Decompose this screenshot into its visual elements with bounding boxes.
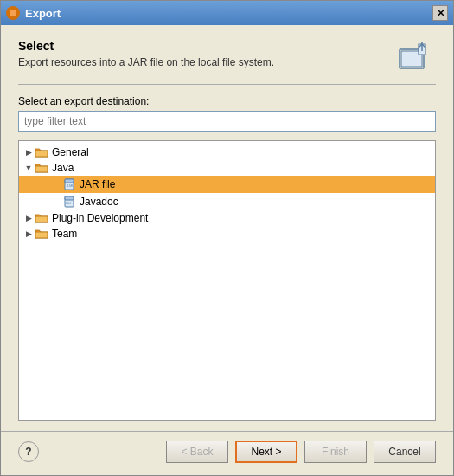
svg-text:JAR: JAR — [67, 183, 74, 188]
footer: ? < Back Next > Finish Cancel — [1, 431, 453, 475]
toggle-plugin-dev[interactable]: ▶ — [22, 212, 35, 224]
toggle-general[interactable]: ▶ — [22, 146, 35, 158]
export-icon — [394, 39, 436, 74]
export-dialog: Export ✕ Select Export resources into a … — [0, 0, 454, 476]
tree-item-general[interactable]: ▶ General — [19, 145, 435, 160]
next-button[interactable]: Next > — [235, 441, 297, 463]
header-divider — [18, 84, 436, 85]
titlebar-left: Export — [6, 6, 61, 20]
titlebar-title: Export — [25, 7, 61, 20]
cancel-button[interactable]: Cancel — [374, 441, 436, 463]
folder-icon-team — [35, 228, 48, 240]
tree-item-javadoc[interactable]: DOC Javadoc — [19, 193, 435, 210]
folder-icon-plugin-dev — [35, 212, 48, 224]
svg-text:DOC: DOC — [66, 202, 71, 205]
tree-item-plugin-dev[interactable]: ▶ Plug-in Development — [19, 210, 435, 226]
titlebar-app-icon — [6, 6, 20, 20]
tree-label-java: Java — [52, 162, 74, 174]
folder-icon-java — [35, 162, 48, 174]
page-title: Select — [18, 39, 274, 53]
main-content: Select Export resources into a JAR file … — [1, 25, 453, 431]
header-section: Select Export resources into a JAR file … — [18, 39, 436, 74]
tree-label-plugin-dev: Plug-in Development — [52, 212, 148, 224]
finish-button[interactable]: Finish — [304, 441, 367, 463]
header-text: Select Export resources into a JAR file … — [18, 39, 274, 68]
filter-label: Select an export destination: — [18, 95, 436, 107]
footer-left: ? — [18, 441, 44, 462]
page-description: Export resources into a JAR file on the … — [18, 56, 274, 68]
tree-item-team[interactable]: ▶ Team — [19, 226, 435, 241]
tree-label-javadoc: Javadoc — [80, 196, 118, 208]
folder-icon-general — [35, 146, 48, 158]
tree-label-jar-file: JAR file — [80, 178, 115, 190]
javadoc-icon: DOC — [62, 195, 76, 209]
tree-container[interactable]: ▶ General ▼ Java — [18, 140, 436, 421]
jar-icon: JAR — [62, 177, 76, 191]
export-svg-icon — [398, 41, 432, 72]
filter-input[interactable] — [18, 111, 436, 132]
toggle-team[interactable]: ▶ — [22, 228, 35, 240]
svg-rect-3 — [65, 179, 74, 183]
tree-label-team: Team — [52, 228, 77, 240]
footer-buttons: < Back Next > Finish Cancel — [166, 441, 436, 463]
back-button[interactable]: < Back — [166, 441, 228, 463]
toggle-java[interactable]: ▼ — [22, 162, 35, 174]
tree-label-general: General — [52, 146, 89, 158]
help-button[interactable]: ? — [18, 441, 39, 462]
tree-item-java[interactable]: ▼ Java — [19, 160, 435, 176]
close-button[interactable]: ✕ — [432, 5, 448, 21]
tree-item-jar-file[interactable]: JAR JAR file — [19, 176, 435, 193]
filter-section: Select an export destination: — [18, 95, 436, 132]
svg-rect-6 — [65, 196, 74, 200]
titlebar: Export ✕ — [1, 1, 453, 25]
